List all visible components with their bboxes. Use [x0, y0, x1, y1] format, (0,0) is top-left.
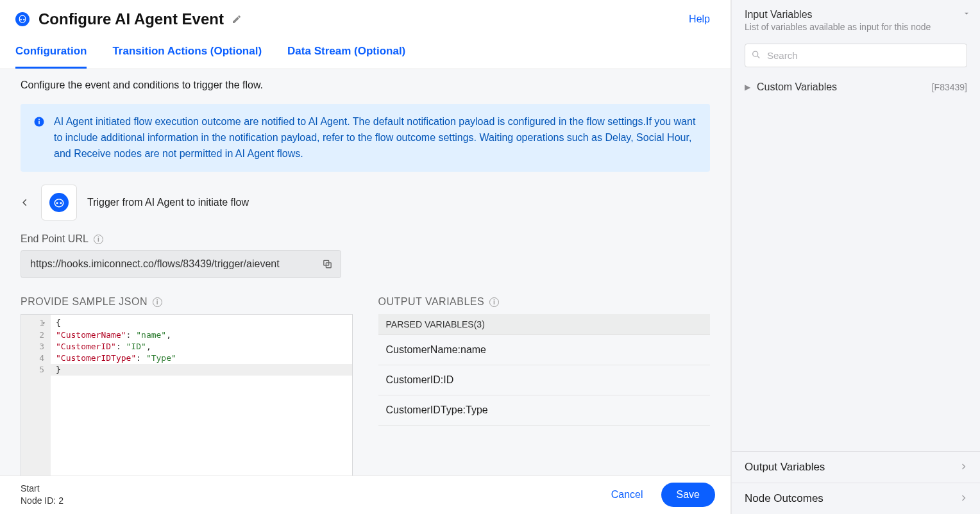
back-arrow-icon[interactable] [21, 195, 30, 210]
trigger-label: Trigger from AI Agent to initiate flow [87, 197, 249, 208]
page-title: Configure AI Agent Event [38, 10, 224, 28]
search-icon [751, 49, 761, 62]
svg-rect-3 [38, 121, 40, 124]
tab-transition-actions[interactable]: Transition Actions (Optional) [112, 40, 262, 69]
json-section-title-row: PROVIDE SAMPLE JSON i [21, 296, 353, 308]
info-icon [33, 116, 45, 128]
endpoint-block: End Point URL i https://hooks.imiconnect… [0, 233, 731, 278]
collapse-caret-icon[interactable] [962, 9, 971, 20]
side-search [745, 44, 967, 67]
parsed-header: PARSED VARIABLES(3) [378, 314, 711, 335]
side-item-label: Custom Variables [757, 81, 837, 93]
code-line-5: } [56, 365, 61, 374]
svg-point-5 [56, 203, 58, 204]
copy-icon[interactable] [322, 259, 333, 270]
side-panel: Input Variables List of variables availa… [731, 0, 980, 514]
edit-title-icon[interactable] [232, 14, 242, 24]
side-item-tag: [F83439] [932, 82, 967, 92]
footer-left: Start Node ID: 2 [21, 483, 63, 508]
output-section-title: OUTPUT VARIABLES [378, 296, 485, 308]
footer-start: Start [21, 483, 63, 495]
code-key: "CustomerID" [56, 342, 116, 351]
body-scroll[interactable]: Configure the event and conditions to tr… [0, 69, 731, 476]
svg-point-0 [21, 19, 22, 20]
tab-configuration[interactable]: Configuration [15, 40, 87, 69]
svg-rect-4 [38, 119, 40, 120]
footer-actions: Cancel Save [611, 483, 715, 507]
trigger-row: Trigger from AI Agent to initiate flow [0, 185, 731, 220]
svg-point-7 [55, 199, 63, 207]
info-i-icon[interactable]: i [153, 297, 162, 307]
svg-point-1 [23, 19, 24, 20]
tab-data-stream[interactable]: Data Stream (Optional) [287, 40, 405, 69]
search-input[interactable] [745, 44, 967, 67]
info-banner: AI Agent initiated flow execution outcom… [21, 104, 710, 172]
footer-bar: Start Node ID: 2 Cancel Save [0, 476, 731, 514]
parsed-list: CustomerName:name CustomerID:ID Customer… [378, 335, 711, 426]
output-section-title-row: OUTPUT VARIABLES i [378, 296, 711, 308]
json-section-title: PROVIDE SAMPLE JSON [21, 296, 148, 308]
endpoint-label-row: End Point URL i [21, 233, 710, 245]
info-i-icon[interactable]: i [489, 297, 499, 307]
cancel-button[interactable]: Cancel [611, 489, 643, 501]
output-column: OUTPUT VARIABLES i PARSED VARIABLES(3) C… [378, 296, 711, 475]
parsed-item[interactable]: CustomerID:ID [378, 365, 711, 395]
code-key: "CustomerIDType" [56, 353, 136, 363]
header-bar: Configure AI Agent Event Help [0, 0, 731, 28]
tab-row: Configuration Transition Actions (Option… [0, 40, 731, 69]
json-column: PROVIDE SAMPLE JSON i 1▾ 2 3 4 5 { "Cust… [21, 296, 353, 475]
side-accordion-node-outcomes[interactable]: Node Outcomes [732, 483, 980, 514]
footer-node-id: Node ID: 2 [21, 495, 63, 508]
parsed-item[interactable]: CustomerIDType:Type [378, 395, 711, 426]
info-i-icon[interactable]: i [94, 235, 103, 244]
endpoint-url-box: https://hooks.imiconnect.co/flows/83439/… [21, 250, 341, 278]
intro-text: Configure the event and conditions to tr… [0, 69, 731, 99]
side-title: Input Variables [745, 9, 967, 21]
two-col: PROVIDE SAMPLE JSON i 1▾ 2 3 4 5 { "Cust… [0, 296, 731, 475]
side-accordion-output-variables[interactable]: Output Variables [732, 451, 980, 483]
code-area[interactable]: { "CustomerName": "name", "CustomerID": … [51, 315, 352, 475]
bot-icon [49, 193, 69, 212]
code-editor[interactable]: 1▾ 2 3 4 5 { "CustomerName": "name", "Cu… [21, 314, 353, 475]
svg-point-10 [753, 51, 758, 56]
side-accordion-label: Node Outcomes [745, 492, 824, 505]
side-accordion-label: Output Variables [745, 461, 825, 474]
code-gutter: 1▾ 2 3 4 5 [21, 315, 51, 475]
code-line-1: { [56, 318, 61, 327]
info-banner-text: AI Agent initiated flow execution outcom… [54, 114, 697, 162]
chevron-right-icon [959, 492, 967, 505]
endpoint-url-value: https://hooks.imiconnect.co/flows/83439/… [30, 258, 280, 269]
chevron-right-icon [959, 461, 967, 474]
side-header: Input Variables List of variables availa… [732, 0, 980, 38]
side-subtitle: List of variables available as input for… [745, 22, 967, 32]
save-button[interactable]: Save [661, 483, 715, 507]
endpoint-label: End Point URL [21, 233, 89, 245]
chevron-right-icon: ▶ [745, 83, 750, 92]
svg-line-11 [757, 56, 759, 58]
trigger-card [41, 185, 77, 220]
agent-icon [15, 12, 30, 26]
help-link[interactable]: Help [689, 13, 715, 25]
side-spacer [732, 101, 980, 451]
parsed-item[interactable]: CustomerName:name [378, 335, 711, 365]
main-column: Configure AI Agent Event Help Configurat… [0, 0, 731, 514]
code-key: "CustomerName" [56, 330, 126, 340]
svg-point-6 [60, 203, 62, 204]
side-item-custom-variables[interactable]: ▶ Custom Variables [F83439] [732, 74, 980, 101]
